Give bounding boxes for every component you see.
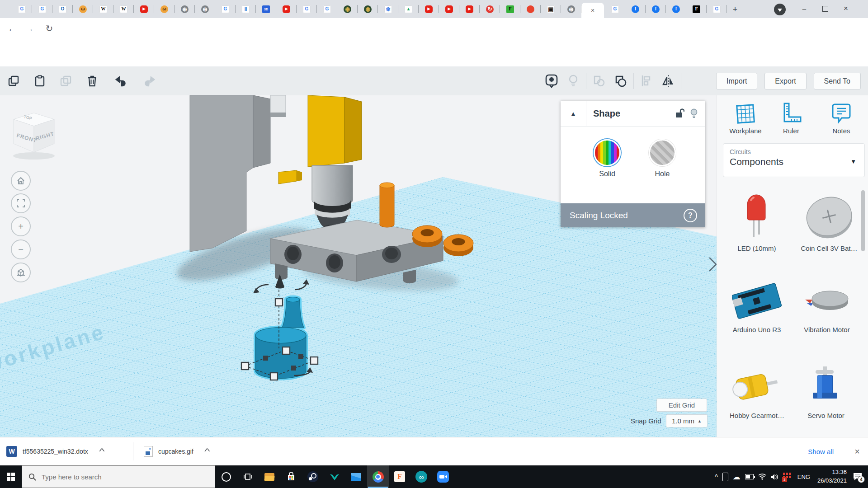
tab-globe[interactable]: ⊕ [561,0,581,18]
new-tab-button[interactable]: + [729,4,741,15]
wifi-icon[interactable] [756,465,769,488]
close-button[interactable]: × [835,0,856,17]
component-hobby-gearmotor[interactable]: Hobby Gearmot… [730,365,784,419]
paste-button[interactable] [31,72,49,90]
tray-chevron-icon[interactable]: ^ [712,465,720,488]
tab-globe[interactable]: ⊕ [195,0,215,18]
tab-emblem-seal[interactable]: ◉ [337,0,358,18]
minimize-button[interactable]: – [794,0,815,17]
tab-wikipedia[interactable]: W [113,0,134,18]
delete-button[interactable] [83,72,101,90]
forward-button[interactable]: → [22,21,37,36]
download-item[interactable]: W tf55635225_win32.dotx ^ [6,437,104,465]
edit-grid-button[interactable]: Edit Grid [656,399,707,412]
language-indicator[interactable]: ENG [794,465,814,488]
action-center-button[interactable]: 4 [850,465,868,488]
ruler-tool[interactable]: Ruler [778,102,805,135]
tab-monkey-emoji[interactable]: ω [154,0,175,18]
tab-f-green[interactable]: F [500,0,520,18]
refresh-button[interactable]: ↻ [42,21,57,36]
tab-google-translate[interactable]: G [12,0,32,18]
search-input[interactable] [41,473,192,481]
tab-emblem-seal[interactable]: ◉ [358,0,378,18]
tab-google[interactable]: G [215,0,236,18]
export-button[interactable]: Export [764,73,806,89]
send-to-button[interactable]: Send To [814,73,861,89]
orange-torus[interactable] [412,225,442,247]
volume-icon[interactable] [769,465,781,488]
chrome-button-active[interactable] [367,465,389,488]
tab-outlook[interactable]: O [52,0,73,18]
tab-google[interactable]: G [317,0,337,18]
redo-button[interactable] [140,72,158,90]
taskbar-clock[interactable]: 13:36 26/03/2021 [814,468,850,485]
tab-google[interactable]: G [605,0,625,18]
predator-button[interactable] [324,465,345,488]
mirror-button[interactable] [659,72,677,90]
unlock-icon[interactable] [675,108,684,119]
component-vibration-motor[interactable]: Vibration Motor [797,279,856,333]
components-scrollbar[interactable] [861,190,865,251]
tab-3d-viewer[interactable]: 3D [256,0,276,18]
duplicate-button[interactable] [57,72,75,90]
undo-button[interactable] [112,72,130,90]
tray-app-badge-icon[interactable]: 3 [781,465,794,488]
home-view-button[interactable] [11,171,31,191]
snap-grid-select[interactable]: 1.0 mm ▲ [666,414,708,427]
align-button[interactable] [637,72,656,90]
tab-youtube[interactable]: ▶ [276,0,297,18]
tab-globe[interactable]: ⊕ [175,0,195,18]
zoom-out-button[interactable]: − [11,239,31,259]
tab-sync-red[interactable]: ↻ [480,0,500,18]
show-all-downloads-button[interactable]: Show all [808,437,834,465]
component-arduino[interactable]: Arduino Uno R3 [730,279,784,333]
collapse-panel-button[interactable]: ▲ [561,110,586,117]
your-phone-icon[interactable] [720,465,731,488]
battery-icon[interactable] [743,465,756,488]
arduino-button[interactable]: ∞ [410,465,432,488]
download-item[interactable]: cupcakes.gif ^ [144,437,209,465]
active-tab[interactable]: × [581,3,604,18]
category-dropdown[interactable]: Circuits Components ▼ [723,143,865,177]
tab-google-drive[interactable]: ▲ [398,0,419,18]
onedrive-cloud-icon[interactable]: ☁ [731,465,743,488]
download-menu-chevron-icon[interactable]: ^ [99,447,105,456]
view-cube[interactable]: TOP FRONT RIGHT [13,113,55,160]
tab-youtube[interactable]: ▶ [419,0,439,18]
tab-facebook[interactable]: f [646,0,666,18]
import-button[interactable]: Import [716,73,757,89]
close-downloads-bar-icon[interactable]: × [854,437,860,465]
zoom-button[interactable] [432,465,454,488]
ms-store-button[interactable] [280,465,302,488]
download-menu-chevron-icon[interactable]: ^ [204,447,210,456]
tab-wikipedia[interactable]: W [93,0,113,18]
show-all-button[interactable] [542,72,561,90]
tab-monkey-emoji[interactable]: ω [73,0,93,18]
workplane-tool[interactable]: Workplane [725,102,766,135]
task-view-button[interactable] [237,465,259,488]
tab-snowflake[interactable]: ❄ [378,0,398,18]
downloads-indicator-icon[interactable] [774,4,786,15]
back-button[interactable]: ← [5,21,20,36]
tab-youtube[interactable]: ▶ [134,0,154,18]
help-icon[interactable]: ? [684,209,697,222]
tab-close-icon[interactable]: × [591,7,594,14]
hole-option[interactable]: Hole [649,139,676,178]
tab-youtube[interactable]: ▶ [459,0,480,18]
tab-audio-app[interactable]: ‖ [236,0,256,18]
orange-cylinder[interactable] [380,183,394,227]
tab-google[interactable]: G [297,0,317,18]
tab-facebook[interactable]: f [666,0,686,18]
zoom-in-button[interactable]: + [11,216,31,236]
tab-youtube[interactable]: ▶ [439,0,459,18]
tab-tomato[interactable] [520,0,541,18]
maximize-button[interactable] [815,0,835,17]
fit-view-button[interactable] [11,193,31,213]
component-led[interactable]: LED (10mm) [734,193,779,252]
steam-button[interactable] [302,465,324,488]
copy-button[interactable] [5,72,23,90]
hole-swatch-icon[interactable] [649,139,676,166]
fusion360-button[interactable]: F [389,465,410,488]
file-explorer-button[interactable] [259,465,280,488]
start-button[interactable] [0,465,22,488]
